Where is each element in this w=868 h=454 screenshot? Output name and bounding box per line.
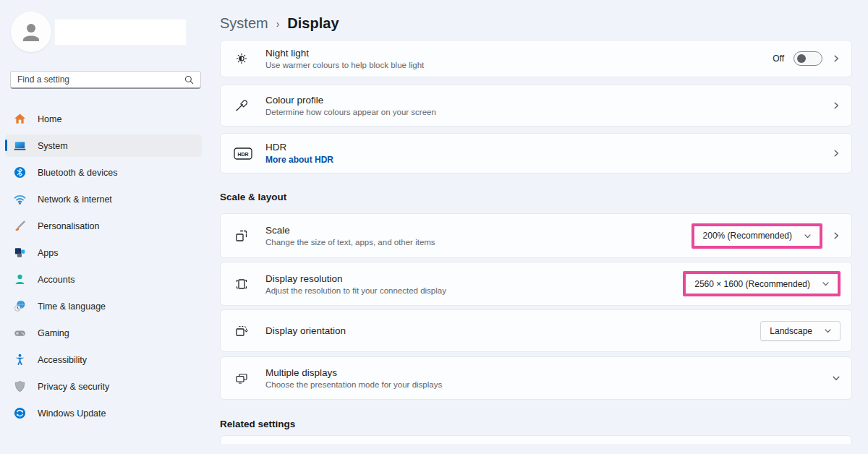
breadcrumb-separator-icon: › (276, 18, 280, 30)
sidebar-item-label: Apps (38, 248, 59, 258)
colour-profile-subtitle: Determine how colours appear on your scr… (265, 108, 832, 116)
update-icon (12, 406, 27, 421)
shield-icon (12, 380, 27, 394)
colour-profile-icon (234, 98, 252, 113)
night-light-subtitle: Use warmer colours to help block blue li… (265, 61, 773, 69)
scale-row[interactable]: Scale Change the size of text, apps, and… (220, 213, 852, 258)
settings-window: Home System Bluetooth & devices Net (0, 0, 868, 454)
page-title: Display (287, 15, 339, 32)
toggle-knob (797, 54, 806, 63)
wifi-icon (12, 192, 27, 207)
colour-profile-title: Colour profile (265, 95, 832, 106)
sidebar-item-system[interactable]: System (5, 134, 202, 157)
chevron-right-icon[interactable] (832, 149, 841, 158)
more-about-hdr-link[interactable]: More about HDR (265, 155, 832, 165)
account-person-icon (12, 273, 27, 287)
sidebar-item-label: Accessibility (38, 355, 87, 365)
sidebar-item-label: System (38, 141, 68, 151)
chevron-right-icon[interactable] (832, 54, 841, 63)
paintbrush-icon (12, 219, 27, 234)
chevron-right-icon[interactable] (832, 101, 841, 110)
display-resolution-dropdown-value: 2560 × 1600 (Recommended) (694, 279, 810, 289)
night-light-toggle-label: Off (773, 53, 784, 64)
display-orientation-dropdown[interactable]: Landscape (760, 321, 841, 341)
display-resolution-icon (234, 276, 252, 292)
gamepad-icon (12, 326, 27, 340)
breadcrumb: System › Display (220, 12, 852, 34)
sidebar-item-network-internet[interactable]: Network & internet (5, 188, 202, 210)
sidebar-nav: Home System Bluetooth & devices Net (5, 108, 202, 429)
display-resolution-title: Display resolution (265, 273, 683, 284)
scale-subtitle: Change the size of text, apps, and other… (265, 238, 692, 247)
display-orientation-icon (234, 323, 252, 339)
sidebar-item-time-language[interactable]: Time & language (5, 295, 202, 317)
sidebar-item-accounts[interactable]: Accounts (5, 268, 202, 291)
sidebar-item-label: Bluetooth & devices (38, 168, 118, 178)
night-light-icon (234, 51, 252, 67)
sidebar-item-label: Network & internet (38, 194, 112, 205)
sidebar-item-apps[interactable]: Apps (5, 241, 202, 264)
sidebar-item-label: Privacy & security (38, 382, 109, 392)
search-icon (184, 75, 194, 85)
multiple-displays-title: Multiple displays (265, 367, 832, 378)
accessibility-person-icon (12, 353, 27, 367)
sidebar-item-privacy-security[interactable]: Privacy & security (5, 375, 202, 398)
sidebar-item-label: Accounts (38, 275, 75, 285)
scale-title: Scale (265, 225, 692, 236)
clock-globe-icon (12, 299, 27, 314)
system-icon (12, 139, 27, 153)
scale-dropdown-value: 200% (Recommended) (703, 231, 792, 241)
sidebar-item-personalisation[interactable]: Personalisation (5, 215, 202, 237)
sidebar-item-label: Windows Update (38, 408, 106, 419)
related-settings-card-partial (220, 435, 852, 444)
night-light-toggle[interactable] (793, 51, 822, 66)
home-icon (12, 112, 27, 127)
sidebar-item-home[interactable]: Home (5, 108, 202, 130)
apps-icon (12, 246, 27, 260)
sidebar-item-label: Personalisation (38, 221, 99, 231)
selected-accent-bar (5, 140, 7, 151)
display-orientation-row[interactable]: Display orientation Landscape (220, 309, 852, 352)
sidebar-item-accessibility[interactable]: Accessibility (5, 348, 202, 371)
chevron-right-icon[interactable] (832, 231, 841, 240)
display-orientation-dropdown-value: Landscape (770, 326, 812, 336)
multiple-displays-subtitle: Choose the presentation mode for your di… (265, 380, 832, 389)
breadcrumb-parent[interactable]: System (220, 15, 268, 32)
section-header-related-settings: Related settings (220, 419, 852, 429)
sidebar: Home System Bluetooth & devices Net (0, 0, 211, 454)
colour-profile-row[interactable]: Colour profile Determine how colours app… (220, 85, 852, 127)
sidebar-item-label: Time & language (38, 301, 106, 312)
multiple-displays-icon (234, 370, 252, 386)
sidebar-item-gaming[interactable]: Gaming (5, 322, 202, 344)
main-content: System › Display Night light Use warmer … (220, 0, 852, 444)
chevron-down-icon (804, 232, 812, 240)
user-name-redacted (55, 20, 186, 45)
chevron-down-icon (822, 280, 830, 288)
person-icon (19, 20, 43, 44)
scale-icon (234, 228, 252, 244)
resolution-highlight-box: 2560 × 1600 (Recommended) (683, 271, 841, 296)
display-orientation-title: Display orientation (265, 325, 760, 336)
hdr-title: HDR (265, 142, 832, 153)
bluetooth-icon (12, 166, 27, 180)
chevron-down-icon[interactable] (832, 374, 841, 382)
sidebar-item-label: Home (38, 114, 61, 124)
display-resolution-dropdown[interactable]: 2560 × 1600 (Recommended) (686, 274, 838, 294)
svg-text:HDR: HDR (237, 151, 248, 156)
hdr-row[interactable]: HDR HDR More about HDR (220, 133, 852, 174)
sidebar-item-bluetooth-devices[interactable]: Bluetooth & devices (5, 161, 202, 184)
night-light-row[interactable]: Night light Use warmer colours to help b… (220, 40, 852, 77)
user-avatar[interactable] (11, 12, 51, 52)
scale-highlight-box: 200% (Recommended) (692, 223, 822, 249)
search-box[interactable] (10, 71, 201, 89)
night-light-title: Night light (265, 48, 773, 59)
scale-dropdown[interactable]: 200% (Recommended) (694, 226, 820, 246)
display-resolution-row[interactable]: Display resolution Adjust the resolution… (220, 262, 852, 306)
sidebar-item-windows-update[interactable]: Windows Update (5, 402, 202, 424)
search-input[interactable] (17, 74, 184, 85)
sidebar-item-label: Gaming (38, 328, 69, 338)
hdr-icon: HDR (234, 147, 252, 160)
chevron-down-icon (824, 327, 832, 335)
section-header-scale-layout: Scale & layout (220, 192, 852, 202)
multiple-displays-row[interactable]: Multiple displays Choose the presentatio… (220, 356, 852, 400)
